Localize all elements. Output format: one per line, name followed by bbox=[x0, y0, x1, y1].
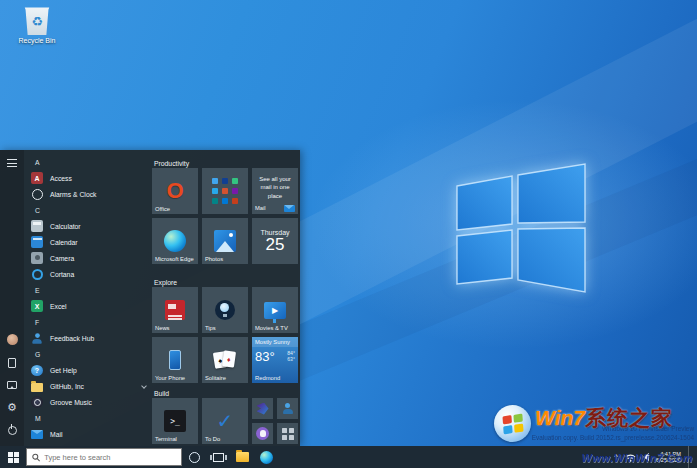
camera-icon bbox=[31, 252, 43, 264]
weather-low: 63° bbox=[287, 356, 295, 362]
file-explorer-icon bbox=[236, 452, 249, 462]
desktop-icon-recycle-bin[interactable]: ♻ Recycle Bin bbox=[10, 7, 64, 44]
app-list-section-c[interactable]: C bbox=[28, 202, 150, 218]
tile-to-do[interactable]: ✓ To Do bbox=[202, 398, 248, 444]
cortana-icon bbox=[189, 452, 200, 463]
app-list-item-excel[interactable]: X Excel bbox=[28, 298, 150, 314]
groove-music-icon bbox=[31, 396, 43, 408]
tile-movies-tv[interactable]: ▶ Movies & TV bbox=[252, 287, 298, 333]
calendar-icon bbox=[31, 236, 43, 248]
app-list-item-feedback-hub[interactable]: Feedback Hub bbox=[28, 330, 150, 346]
pictures-icon[interactable] bbox=[7, 381, 17, 389]
edge-icon bbox=[164, 230, 186, 252]
app-list-item-groove-music[interactable]: Groove Music bbox=[28, 394, 150, 410]
office-apps-grid-icon bbox=[212, 178, 238, 204]
news-icon bbox=[165, 300, 185, 320]
documents-icon[interactable] bbox=[8, 358, 16, 368]
taskbar-edge-button[interactable] bbox=[254, 446, 278, 468]
app-list-item-get-help[interactable]: ? Get Help bbox=[28, 362, 150, 378]
tile-dev-person[interactable] bbox=[277, 398, 298, 419]
alarms-clock-icon bbox=[32, 189, 43, 200]
tile-solitaire[interactable]: ♠ ♦ Solitaire bbox=[202, 337, 248, 383]
tile-microsoft-365-apps[interactable] bbox=[202, 168, 248, 214]
play-glyph: ▶ bbox=[272, 306, 278, 315]
person-icon bbox=[282, 403, 294, 415]
folder-icon bbox=[31, 383, 43, 392]
recycle-bin-icon: ♻ bbox=[24, 7, 50, 35]
calculator-icon bbox=[31, 220, 43, 232]
tile-mail[interactable]: See all your mail in one place Mail bbox=[252, 168, 298, 214]
feedback-hub-icon bbox=[31, 332, 42, 343]
start-menu-rail: ⚙ bbox=[0, 150, 24, 446]
windows-orb-logo-icon bbox=[494, 405, 531, 442]
app-list-item-calendar[interactable]: Calendar bbox=[28, 234, 150, 250]
access-icon: A bbox=[31, 172, 43, 184]
tile-microsoft-edge[interactable]: Microsoft Edge bbox=[152, 218, 198, 264]
app-list-section-m[interactable]: M bbox=[28, 410, 150, 426]
visual-studio-icon bbox=[257, 403, 269, 415]
site-url-watermark: Www.WinWin7.Com bbox=[582, 452, 693, 464]
terminal-icon: >_ bbox=[164, 410, 186, 432]
tile-grid-app[interactable] bbox=[277, 423, 298, 444]
site-watermark-text: Win7系统之家 bbox=[535, 407, 673, 429]
tile-tips[interactable]: Tips bbox=[202, 287, 248, 333]
your-phone-icon bbox=[169, 350, 181, 370]
expand-menu-button[interactable] bbox=[4, 156, 20, 170]
tile-visual-studio[interactable] bbox=[252, 398, 273, 419]
site-watermark: Win7系统之家 bbox=[494, 405, 673, 442]
start-menu: ⚙ A A Access Alarms & Clock C Calculator bbox=[0, 150, 300, 446]
cortana-icon bbox=[32, 269, 43, 280]
taskbar-cortana-button[interactable] bbox=[182, 446, 206, 468]
to-do-check-icon: ✓ bbox=[217, 409, 234, 433]
tile-your-phone[interactable]: Your Phone bbox=[152, 337, 198, 383]
app-list-item-calculator[interactable]: Calculator bbox=[28, 218, 150, 234]
edge-icon bbox=[260, 451, 273, 464]
desktop: ♻ Recycle Bin Win7系统之家 Windows 10 Pro In… bbox=[0, 0, 697, 468]
group-title-productivity[interactable]: Productivity bbox=[152, 159, 300, 168]
tile-photos[interactable]: Photos bbox=[202, 218, 248, 264]
tile-office[interactable]: O Office bbox=[152, 168, 198, 214]
taskbar-file-explorer-button[interactable] bbox=[230, 446, 254, 468]
group-title-build[interactable]: Build bbox=[152, 389, 300, 398]
app-list-section-g[interactable]: G bbox=[28, 346, 150, 362]
get-help-icon: ? bbox=[31, 365, 43, 376]
tile-terminal[interactable]: >_ Terminal bbox=[152, 398, 198, 444]
app-list-item-access[interactable]: A Access bbox=[28, 170, 150, 186]
taskbar-search[interactable] bbox=[26, 448, 182, 466]
app-list-item-alarms-clock[interactable]: Alarms & Clock bbox=[28, 186, 150, 202]
chevron-down-icon[interactable] bbox=[141, 383, 147, 389]
search-input[interactable] bbox=[44, 453, 176, 462]
excel-icon: X bbox=[31, 300, 43, 312]
tile-weather[interactable]: Mostly Sunny 83° 84° 63° Redmond bbox=[252, 337, 298, 383]
app-list-section-e[interactable]: E bbox=[28, 282, 150, 298]
office-icon: O bbox=[166, 180, 183, 202]
start-button[interactable] bbox=[0, 446, 26, 468]
tile-calendar[interactable]: Thursday 25 bbox=[252, 218, 298, 264]
app-list-section-f[interactable]: F bbox=[28, 314, 150, 330]
tile-news[interactable]: News bbox=[152, 287, 198, 333]
taskbar-task-view-button[interactable] bbox=[206, 446, 230, 468]
movies-tv-icon: ▶ bbox=[264, 302, 286, 319]
windows-start-icon bbox=[8, 452, 19, 463]
group-title-explore[interactable]: Explore bbox=[152, 278, 300, 287]
solitaire-cards-icon: ♠ ♦ bbox=[213, 350, 237, 370]
tile-github-desktop[interactable] bbox=[252, 423, 273, 444]
tips-lightbulb-icon bbox=[215, 300, 235, 320]
app-list-section-a[interactable]: A bbox=[28, 154, 150, 170]
settings-icon[interactable]: ⚙ bbox=[7, 402, 17, 413]
user-avatar[interactable] bbox=[7, 334, 18, 345]
github-desktop-icon bbox=[256, 427, 269, 440]
mail-icon bbox=[284, 205, 295, 213]
site-name-en: Win7 bbox=[535, 406, 585, 429]
recycle-glyph: ♻ bbox=[31, 14, 43, 29]
app-list-item-mail[interactable]: Mail bbox=[28, 426, 150, 442]
site-name-cn: 系统之家 bbox=[585, 406, 673, 429]
hamburger-icon bbox=[7, 159, 17, 167]
power-icon[interactable] bbox=[8, 426, 17, 435]
photos-icon bbox=[214, 230, 236, 252]
app-list-item-github[interactable]: GitHub, Inc bbox=[28, 378, 150, 394]
app-list-item-cortana[interactable]: Cortana bbox=[28, 266, 150, 282]
app-list-item-camera[interactable]: Camera bbox=[28, 250, 150, 266]
desktop-icon-label: Recycle Bin bbox=[10, 37, 64, 44]
tile-area: Productivity O Office See all your mail … bbox=[150, 150, 300, 446]
